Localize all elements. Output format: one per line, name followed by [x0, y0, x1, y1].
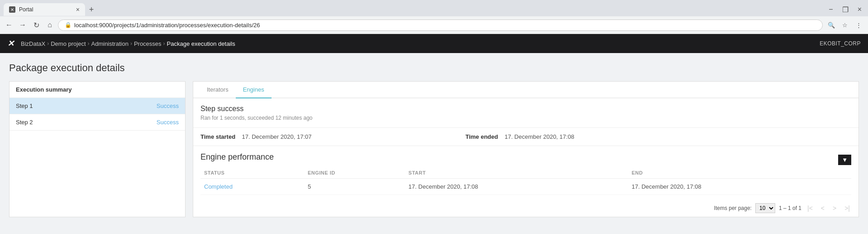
engine-perf-title: Engine performance	[200, 152, 274, 162]
breadcrumb: BizDataX › Demo project › Administration…	[21, 40, 235, 47]
col-start: START	[405, 167, 628, 179]
address-bar-row: ← → ↻ ⌂ 🔒 localhost:9000/projects/1/admi…	[0, 16, 868, 34]
breadcrumb-sep-2: ›	[88, 40, 90, 47]
url-text: localhost:9000/projects/1/administration…	[74, 22, 260, 29]
bookmark-icon[interactable]: ☆	[839, 19, 851, 31]
prev-page-btn[interactable]: <	[819, 204, 827, 213]
pagination-row: Items per page: 10 25 50 1 – 1 of 1 |< <…	[193, 200, 858, 217]
engine-performance-section: Engine performance ▼ STATUS ENGINE ID ST…	[193, 146, 858, 200]
breadcrumb-demo[interactable]: Demo project	[51, 40, 86, 47]
row-end: 17. December 2020, 17:08	[628, 179, 851, 195]
main-layout: Execution summary Step 1 Success Step 2 …	[9, 81, 859, 217]
execution-summary-panel: Execution summary Step 1 Success Step 2 …	[9, 81, 186, 217]
time-info-row: Time started 17. December 2020, 17:07 Ti…	[193, 128, 858, 146]
time-ended-label: Time ended	[465, 133, 498, 140]
time-ended-value: 17. December 2020, 17:08	[505, 133, 574, 140]
menu-icon[interactable]: ⋮	[853, 19, 864, 31]
back-btn[interactable]: ←	[4, 20, 14, 30]
time-started-value: 17. December 2020, 17:07	[242, 133, 312, 140]
search-icon[interactable]: 🔍	[825, 19, 837, 31]
last-page-btn[interactable]: >|	[842, 204, 852, 213]
first-page-btn[interactable]: |<	[805, 204, 815, 213]
col-status: STATUS	[200, 167, 304, 179]
breadcrumb-sep-3: ›	[130, 40, 132, 47]
page-info: 1 – 1 of 1	[779, 205, 801, 211]
next-page-btn[interactable]: >	[830, 204, 839, 213]
tabs-row: Iterators Engines	[193, 82, 858, 98]
breadcrumb-sep-1: ›	[47, 40, 49, 47]
panel-header: Execution summary	[10, 82, 185, 98]
tab-favicon: ✕	[9, 6, 15, 13]
step-success-section: Step success Ran for 1 seconds, succeede…	[193, 98, 858, 128]
app-logo: ✕	[7, 39, 17, 49]
right-panel: Iterators Engines Step success Ran for 1…	[193, 81, 859, 217]
forward-btn[interactable]: →	[17, 20, 28, 30]
step-success-subtitle: Ran for 1 seconds, succeeded 12 minutes …	[200, 115, 851, 121]
tab-close-btn[interactable]: ×	[76, 6, 80, 13]
per-page-select[interactable]: 10 25 50	[755, 203, 775, 213]
breadcrumb-current: Package execution details	[167, 40, 235, 47]
lock-icon: 🔒	[65, 22, 72, 28]
page-content: Package execution details Execution summ…	[0, 53, 868, 234]
col-end: END	[628, 167, 851, 179]
refresh-btn[interactable]: ↻	[31, 20, 42, 30]
step-2-status: Success	[157, 119, 179, 126]
row-engine-id: 5	[304, 179, 405, 195]
browser-tab[interactable]: ✕ Portal ×	[4, 3, 85, 16]
step-1-label: Step 1	[16, 102, 33, 109]
new-tab-btn[interactable]: +	[85, 3, 98, 16]
restore-btn[interactable]: ❐	[839, 5, 851, 14]
address-box[interactable]: 🔒 localhost:9000/projects/1/administrati…	[58, 20, 823, 31]
breadcrumb-admin[interactable]: Administration	[91, 40, 129, 47]
performance-table: STATUS ENGINE ID START END Completed 5 1…	[200, 167, 851, 195]
tab-iterators[interactable]: Iterators	[200, 82, 236, 98]
window-controls: − ❐ ×	[826, 5, 864, 14]
items-per-page-label: Items per page:	[714, 205, 752, 211]
tab-iterators-label: Iterators	[207, 86, 229, 93]
page-title: Package execution details	[9, 62, 859, 74]
step-success-title: Step success	[200, 105, 851, 113]
tab-engines[interactable]: Engines	[236, 82, 272, 98]
table-row: Completed 5 17. December 2020, 17:08 17.…	[200, 179, 851, 195]
browser-icons: 🔍 ☆ ⋮	[825, 19, 864, 31]
breadcrumb-processes[interactable]: Processes	[134, 40, 162, 47]
close-btn[interactable]: ×	[855, 5, 864, 14]
tab-engines-label: Engines	[243, 86, 264, 93]
step-2-label: Step 2	[16, 119, 33, 126]
time-started-label: Time started	[200, 133, 235, 140]
breadcrumb-sep-4: ›	[163, 40, 165, 47]
step-1-status: Success	[157, 102, 179, 109]
filter-button[interactable]: ▼	[838, 155, 851, 165]
step-1-row[interactable]: Step 1 Success	[10, 98, 185, 114]
browser-chrome: ✕ Portal × + − ❐ × ← → ↻ ⌂ 🔒 localhost:9…	[0, 0, 868, 34]
home-btn[interactable]: ⌂	[44, 20, 55, 30]
col-engine-id: ENGINE ID	[304, 167, 405, 179]
minimize-btn[interactable]: −	[826, 5, 835, 14]
breadcrumb-bizdata[interactable]: BizDataX	[21, 40, 45, 47]
company-name: EKOBIT_CORP	[820, 40, 861, 47]
step-2-row[interactable]: Step 2 Success	[10, 114, 185, 131]
logo-icon: ✕	[7, 39, 17, 49]
row-start: 17. December 2020, 17:08	[405, 179, 628, 195]
row-status[interactable]: Completed	[204, 183, 233, 190]
tab-title: Portal	[19, 6, 33, 13]
app-header: ✕ BizDataX › Demo project › Administrati…	[0, 34, 868, 53]
tab-bar: ✕ Portal × + − ❐ ×	[0, 0, 868, 16]
